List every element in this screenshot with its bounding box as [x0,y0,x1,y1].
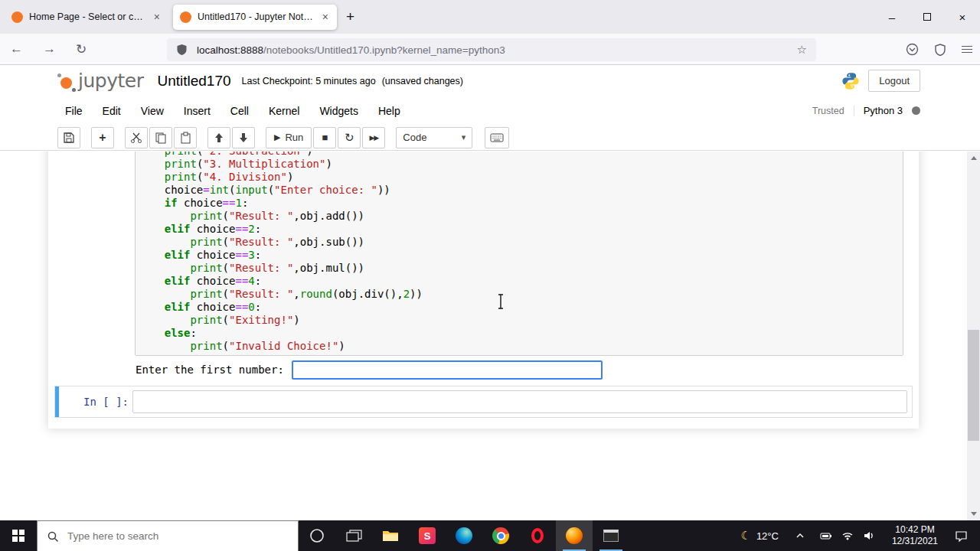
wifi-icon[interactable] [841,530,854,542]
vertical-scrollbar[interactable] [967,152,980,520]
edge-button[interactable] [446,520,482,551]
browser-nav-bar: ← → ↻ localhost:8888/notebooks/Untitled1… [0,34,980,65]
shield-icon[interactable] [176,44,188,56]
pocket-icon[interactable] [906,43,919,56]
screen: Home Page - Select or create a × Untitle… [0,0,980,551]
maximize-button[interactable] [910,0,945,34]
s-app-button[interactable]: S [409,520,446,551]
cell-type-dropdown[interactable]: Code ▾ [396,127,472,148]
selected-cell-bar [55,386,59,417]
play-icon: ▶ [274,132,280,142]
code-cell-editor[interactable]: print("2. Subtraction") print("3. Multip… [135,152,903,356]
save-button[interactable] [57,127,80,148]
menu-help[interactable]: Help [368,105,410,117]
menu-file[interactable]: File [55,105,93,117]
jupyter-logo-icon [57,72,76,92]
opera-button[interactable] [519,520,556,551]
menu-cell[interactable]: Cell [220,105,259,117]
clock-time: 10:42 PM [892,524,938,536]
scroll-down-arrow-icon[interactable] [967,507,980,520]
volume-icon[interactable] [863,530,875,542]
menu-hamburger-icon[interactable] [962,44,972,55]
cortana-button[interactable] [299,520,335,551]
s-app-icon: S [419,527,436,544]
new-tab-button[interactable]: + [337,8,364,25]
paste-icon [179,132,191,144]
scrollbar-thumb[interactable] [968,330,979,441]
search-icon [47,530,59,543]
add-cell-button[interactable]: + [91,127,114,148]
maximize-icon [923,13,931,21]
restart-run-all-button[interactable]: ▶▶ [362,127,385,148]
tab-title: Untitled170 - Jupyter Notebook [198,11,315,22]
firefox-button[interactable] [556,520,593,551]
forward-icon[interactable]: → [33,41,66,57]
url-bar[interactable]: localhost:8888/notebooks/Untitled170.ipy… [167,38,816,61]
interrupt-kernel-button[interactable]: ■ [313,127,336,148]
window-controls: – × [874,0,980,34]
notebook-title[interactable]: Untitled170 [157,73,230,90]
battery-icon[interactable] [820,530,832,542]
cut-icon [130,132,142,144]
cell-input-prompt: In [ ]: [83,396,129,408]
system-tray: ☾ 12°C 10:42 PM 12/31/2021 [731,520,980,551]
tab-close-icon[interactable]: × [321,11,330,23]
clock-date: 12/31/2021 [892,536,938,547]
move-cell-down-button[interactable] [232,127,255,148]
taskbar-clock[interactable]: 10:42 PM 12/31/2021 [883,524,947,547]
move-cell-up-button[interactable] [207,127,230,148]
reload-icon[interactable]: ↻ [66,41,96,57]
trusted-badge[interactable]: Trusted [812,106,854,116]
notebook-container: print("2. Subtraction") print("3. Multip… [48,152,919,429]
taskbar-search-box[interactable] [37,520,299,551]
firefox-icon [566,527,583,544]
tab-home-page[interactable]: Home Page - Select or create a × [5,5,168,30]
opera-icon [531,528,544,543]
stdin-input[interactable] [292,360,603,380]
tray-expand-button[interactable] [788,531,812,540]
terminal-button[interactable] [593,520,629,551]
task-view-button[interactable] [335,520,372,551]
jupyter-toolbar: + ▶ Run ■ ↻ [0,125,980,151]
cut-cell-button[interactable] [125,127,148,148]
start-button[interactable] [0,520,37,551]
menu-edit[interactable]: Edit [93,105,131,117]
file-explorer-button[interactable] [372,520,409,551]
chevron-up-icon [795,531,805,540]
run-button[interactable]: ▶ Run [266,127,312,148]
search-input[interactable] [67,530,266,542]
menu-kernel[interactable]: Kernel [259,105,309,117]
edge-icon [456,527,472,544]
empty-code-cell[interactable]: In [ ]: [54,386,913,418]
save-icon [63,132,75,144]
restart-kernel-button[interactable]: ↻ [338,127,361,148]
paste-cell-button[interactable] [174,127,197,148]
action-center-button[interactable] [947,530,975,543]
minimize-button[interactable]: – [874,0,910,34]
checkpoint-status: Last Checkpoint: 5 minutes ago [242,76,376,86]
weather-moon-icon: ☾ [740,529,750,543]
scroll-up-arrow-icon[interactable] [967,152,980,165]
jupyter-logo[interactable]: jupyter [57,70,143,92]
weather-widget[interactable]: ☾ 12°C [731,529,788,543]
menu-insert[interactable]: Insert [174,105,220,117]
jupyter-favicon-icon [11,11,23,23]
command-palette-button[interactable] [485,127,509,148]
back-icon[interactable]: ← [0,41,33,57]
empty-cell-editor[interactable] [132,390,907,413]
tab-untitled170[interactable]: Untitled170 - Jupyter Notebook × [173,5,337,30]
chrome-button[interactable] [482,520,519,551]
logout-button[interactable]: Logout [868,70,920,92]
arrow-up-icon [214,132,224,143]
tab-close-icon[interactable]: × [152,11,162,23]
nav-right-icons [906,34,972,65]
keyboard-icon [490,133,504,142]
bookmark-star-icon[interactable]: ☆ [797,43,807,57]
restart-icon: ↻ [345,131,354,145]
url-text: localhost:8888/notebooks/Untitled170.ipy… [197,44,505,56]
shield-protection-icon[interactable] [934,44,946,56]
close-button[interactable]: × [945,0,980,34]
menu-view[interactable]: View [131,105,174,117]
menu-widgets[interactable]: Widgets [309,105,368,117]
copy-cell-button[interactable] [149,127,172,148]
